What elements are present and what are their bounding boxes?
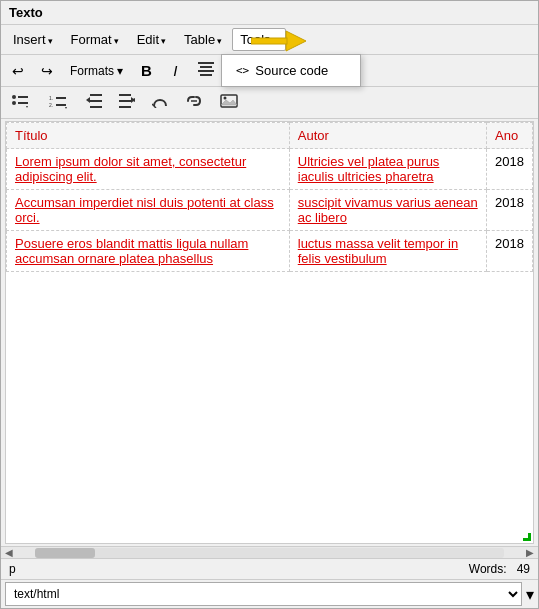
svg-rect-15 (90, 100, 102, 102)
source-code-icon: <> (236, 64, 249, 77)
menu-bar: Insert▾ Format▾ Edit▾ Table▾ Tools▾ <> S… (1, 25, 538, 55)
format-select-arrow[interactable]: ▾ (526, 585, 534, 604)
cell-author: Ultricies vel platea purus iaculis ultri… (289, 149, 486, 190)
svg-rect-5 (200, 74, 212, 76)
svg-rect-9 (18, 102, 28, 104)
col-header-titulo: Título (7, 123, 290, 149)
special-button[interactable] (145, 90, 175, 115)
menu-format-arrow: ▾ (114, 36, 119, 46)
scrollbar-track[interactable] (35, 548, 504, 558)
scrollbar-thumb[interactable] (35, 548, 95, 558)
title-bar: Texto (1, 1, 538, 25)
svg-marker-17 (86, 97, 90, 103)
align-button[interactable] (191, 58, 221, 83)
table-row: Lorem ipsum dolor sit amet, consectetur … (7, 149, 533, 190)
numbered-list-icon: 1. 2. (49, 95, 69, 109)
title-link[interactable]: Posuere eros blandit mattis ligula nulla… (15, 236, 248, 266)
indent-icon (119, 94, 135, 108)
word-count: Words: 49 (469, 562, 530, 576)
svg-point-27 (224, 97, 227, 100)
author-link[interactable]: luctus massa velit tempor in felis vesti… (298, 236, 458, 266)
redo-button[interactable]: ↪ (34, 59, 60, 83)
svg-rect-3 (200, 66, 212, 68)
menu-insert[interactable]: Insert▾ (5, 28, 61, 51)
special-icon (152, 94, 168, 108)
cell-title: Lorem ipsum dolor sit amet, consectetur … (7, 149, 290, 190)
scroll-right-arrow[interactable]: ▶ (522, 547, 538, 558)
undo-button[interactable]: ↩ (5, 59, 31, 83)
bullet-list-button[interactable] (5, 90, 39, 115)
status-bar: p Words: 49 (1, 558, 538, 579)
bullet-list-icon (12, 94, 32, 108)
svg-rect-7 (18, 96, 28, 98)
arrow-annotation (251, 27, 311, 58)
cell-year: 2018 (487, 190, 533, 231)
link-button[interactable] (178, 90, 210, 115)
toolbar-row2: 1. 2. (1, 87, 538, 119)
tools-dropdown: <> Source code (221, 54, 361, 87)
svg-marker-28 (221, 100, 237, 105)
app-window: Texto Insert▾ Format▾ Edit▾ Table▾ Tools… (0, 0, 539, 609)
app-title: Texto (9, 5, 43, 20)
cell-year: 2018 (487, 231, 533, 272)
title-link[interactable]: Accumsan imperdiet nisl duis potenti at … (15, 195, 274, 225)
image-icon (220, 94, 238, 108)
svg-text:1.: 1. (49, 95, 53, 101)
svg-rect-4 (198, 70, 214, 72)
menu-edit-arrow: ▾ (161, 36, 166, 46)
title-link[interactable]: Lorem ipsum dolor sit amet, consectetur … (15, 154, 246, 184)
numbered-list-button[interactable]: 1. 2. (42, 91, 76, 115)
link-icon (185, 94, 203, 108)
resize-handle[interactable] (523, 533, 531, 541)
menu-edit[interactable]: Edit▾ (129, 28, 174, 51)
outdent-button[interactable] (79, 90, 109, 115)
outdent-icon (86, 94, 102, 108)
svg-rect-13 (56, 104, 66, 106)
author-link[interactable]: suscipit vivamus varius aenean ac libero (298, 195, 478, 225)
editor-area[interactable]: Título Autor Ano Lorem ipsum dolor sit a… (5, 121, 534, 544)
menu-table[interactable]: Table▾ (176, 28, 230, 51)
menu-format[interactable]: Format▾ (63, 28, 127, 51)
menu-table-arrow: ▾ (217, 36, 222, 46)
indent-button[interactable] (112, 90, 142, 115)
svg-rect-2 (198, 62, 214, 64)
author-link[interactable]: Ultricies vel platea purus iaculis ultri… (298, 154, 440, 184)
cell-author: suscipit vivamus varius aenean ac libero (289, 190, 486, 231)
cell-author: luctus massa velit tempor in felis vesti… (289, 231, 486, 272)
svg-rect-14 (90, 94, 102, 96)
svg-rect-11 (56, 97, 66, 99)
image-button[interactable] (213, 90, 245, 115)
align-icon (198, 62, 214, 76)
bold-button[interactable]: B (133, 58, 159, 83)
svg-point-8 (12, 101, 16, 105)
element-indicator: p (9, 562, 16, 576)
menu-insert-arrow: ▾ (48, 36, 53, 46)
cell-title: Posuere eros blandit mattis ligula nulla… (7, 231, 290, 272)
svg-rect-16 (90, 106, 102, 108)
table-row: Posuere eros blandit mattis ligula nulla… (7, 231, 533, 272)
bottom-bar: text/htmltext/plaintext/xml ▾ (1, 579, 538, 608)
col-header-ano: Ano (487, 123, 533, 149)
svg-point-6 (12, 95, 16, 99)
svg-rect-18 (119, 94, 131, 96)
svg-line-24 (154, 106, 156, 108)
format-select[interactable]: text/htmltext/plaintext/xml (5, 582, 522, 606)
formats-button[interactable]: Formats ▾ (63, 60, 130, 82)
table-row: Accumsan imperdiet nisl duis potenti at … (7, 190, 533, 231)
svg-marker-0 (286, 31, 306, 51)
scroll-left-arrow[interactable]: ◀ (1, 547, 17, 558)
cell-title: Accumsan imperdiet nisl duis potenti at … (7, 190, 290, 231)
svg-rect-20 (119, 106, 131, 108)
col-header-autor: Autor (289, 123, 486, 149)
svg-text:2.: 2. (49, 102, 53, 108)
content-table: Título Autor Ano Lorem ipsum dolor sit a… (6, 122, 533, 272)
svg-rect-1 (251, 38, 287, 44)
horizontal-scrollbar[interactable]: ◀ ▶ (1, 546, 538, 558)
italic-button[interactable]: I (162, 58, 188, 83)
source-code-item[interactable]: <> Source code (222, 58, 360, 83)
svg-rect-19 (119, 100, 131, 102)
cell-year: 2018 (487, 149, 533, 190)
